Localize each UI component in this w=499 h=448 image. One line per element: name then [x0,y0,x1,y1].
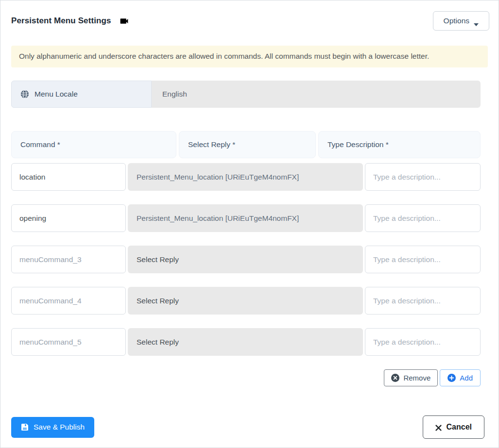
commands-warning-alert: Only alphanumeric and underscore charact… [11,46,488,67]
command-input-4[interactable] [11,287,126,315]
plus-circle-icon [447,374,456,382]
select-reply-field-5[interactable]: Select Reply [128,328,363,356]
panel-header: Persistent Menu Settings Options [0,0,499,31]
select-reply-value-3: Select Reply [137,255,179,264]
page-title: Persistent Menu Settings [11,16,111,26]
remove-row-button-label: Remove [403,374,430,382]
menu-locale-group: Menu Locale English [11,81,481,108]
x-icon [435,424,442,431]
videocam-icon [119,16,129,26]
x-circle-icon [391,374,399,382]
globe-icon [20,90,29,99]
table-actions: Remove Add [11,369,481,386]
select-reply-value-5: Select Reply [137,338,179,347]
save-publish-button[interactable]: Save & Publish [11,417,94,438]
command-input-1[interactable] [11,163,126,191]
column-header-select-reply-text: Select Reply * [188,140,235,149]
select-reply-field-1[interactable]: Persistent_Menu_location [URiEuTgeM4nomF… [128,163,363,191]
description-input-5[interactable] [365,328,481,356]
description-input-4[interactable] [365,287,481,315]
options-button-label: Options [444,17,469,25]
add-row-button-label: Add [460,374,473,382]
select-reply-value-2: Persistent_Menu_location [URiEuTgeM4nomF… [137,214,299,223]
select-reply-value-4: Select Reply [137,297,179,305]
panel-footer: Save & Publish Cancel [11,415,484,439]
column-header-select-reply: Select Reply * [179,131,316,158]
command-input-5[interactable] [11,328,126,356]
caret-down-icon [474,19,479,22]
menu-row-3: Select Reply [11,246,481,273]
select-reply-field-3[interactable]: Select Reply [128,246,363,273]
persistent-menu-settings-panel: Persistent Menu Settings Options Only al… [0,0,499,448]
options-button[interactable]: Options [433,11,489,31]
command-input-2[interactable] [11,204,126,232]
save-publish-button-label: Save & Publish [34,423,85,431]
remove-row-button[interactable]: Remove [384,369,438,386]
menu-locale-value: English [152,81,481,108]
column-header-type-description-text: Type Description * [327,140,389,149]
description-input-3[interactable] [365,246,481,273]
menu-locale-label: Menu Locale [11,81,152,108]
save-floppy-icon [21,423,29,431]
cancel-button-label: Cancel [447,423,472,431]
command-input-3[interactable] [11,246,126,273]
cancel-button[interactable]: Cancel [423,415,484,439]
description-input-2[interactable] [365,204,481,232]
column-header-command-text: Command * [20,140,60,149]
menu-row-1: Persistent_Menu_location [URiEuTgeM4nomF… [11,163,481,191]
add-row-button[interactable]: Add [440,369,481,386]
select-reply-value-1: Persistent_Menu_location [URiEuTgeM4nomF… [137,173,299,182]
title-wrap: Persistent Menu Settings [11,16,129,26]
menu-locale-label-text: Menu Locale [34,90,78,99]
menu-table-header: Command * Select Reply * Type Descriptio… [11,131,481,158]
select-reply-field-4[interactable]: Select Reply [128,287,363,315]
menu-locale-value-text: English [162,90,187,99]
menu-row-4: Select Reply [11,287,481,315]
column-header-type-description: Type Description * [318,131,481,158]
column-header-command: Command * [11,131,176,158]
description-input-1[interactable] [365,163,481,191]
commands-warning-text: Only alphanumeric and underscore charact… [19,52,429,60]
menu-row-5: Select Reply [11,328,481,356]
select-reply-field-2[interactable]: Persistent_Menu_location [URiEuTgeM4nomF… [128,204,363,232]
menu-row-2: Persistent_Menu_location [URiEuTgeM4nomF… [11,204,481,232]
